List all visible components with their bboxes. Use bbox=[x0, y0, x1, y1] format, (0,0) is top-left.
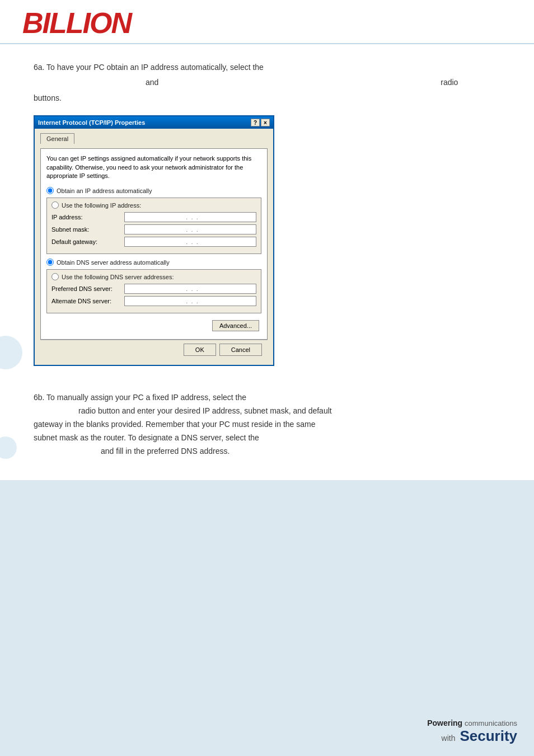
advanced-button[interactable]: Advanced... bbox=[212, 320, 259, 331]
gateway-input[interactable] bbox=[124, 237, 256, 247]
alternate-dns-label: Alternate DNS server: bbox=[51, 298, 124, 304]
radio-obtain-ip-label: Obtain an IP address automatically bbox=[57, 187, 152, 194]
footer-with-text: with bbox=[442, 734, 456, 743]
radio-obtain-ip[interactable]: Obtain an IP address automatically bbox=[46, 187, 261, 194]
subnet-mask-input[interactable] bbox=[124, 224, 256, 234]
dialog-body: General You can get IP settings assigned… bbox=[35, 129, 273, 365]
tcp-ip-dialog: Internet Protocol (TCP/IP) Properties ? … bbox=[34, 115, 274, 366]
section-6b-line3: gateway in the blanks provided. Remember… bbox=[34, 418, 500, 431]
header: BILLION bbox=[0, 0, 534, 44]
ok-button[interactable]: OK bbox=[184, 344, 216, 356]
cancel-button[interactable]: Cancel bbox=[219, 344, 262, 356]
dialog-title: Internet Protocol (TCP/IP) Properties bbox=[38, 119, 145, 126]
dialog-controls: ? × bbox=[251, 119, 270, 126]
dialog-container: Internet Protocol (TCP/IP) Properties ? … bbox=[34, 115, 274, 366]
use-ip-group: Use the following IP address: IP address… bbox=[46, 198, 261, 254]
radio-obtain-dns-input[interactable] bbox=[46, 259, 54, 266]
instruction-6a-line3: buttons. bbox=[34, 92, 500, 104]
advanced-button-row: Advanced... bbox=[46, 318, 261, 334]
dialog-help-button[interactable]: ? bbox=[251, 119, 260, 126]
logo: BILLION bbox=[22, 8, 131, 37]
ip-address-input[interactable] bbox=[124, 212, 256, 222]
preferred-dns-input[interactable] bbox=[124, 284, 256, 294]
alternate-dns-row: Alternate DNS server: bbox=[51, 296, 256, 306]
dialog-tabs: General bbox=[40, 133, 268, 144]
alternate-dns-input[interactable] bbox=[124, 296, 256, 306]
radio-use-ip-input[interactable] bbox=[51, 201, 59, 209]
dialog-info-text: You can get IP settings assigned automat… bbox=[46, 154, 261, 180]
dialog-close-button[interactable]: × bbox=[261, 119, 270, 126]
radio-obtain-dns[interactable]: Obtain DNS server address automatically bbox=[46, 259, 261, 266]
footer-powering-line: Powering communications bbox=[427, 719, 517, 727]
preferred-dns-row: Preferred DNS server: bbox=[51, 284, 256, 294]
section-6b: 6b. To manually assign your PC a fixed I… bbox=[34, 391, 500, 458]
section-6b-line4: subnet mask as the router. To designate … bbox=[34, 431, 500, 445]
radio-use-dns-label: Use the following DNS server addresses: bbox=[62, 274, 174, 280]
subnet-mask-row: Subnet mask: bbox=[51, 224, 256, 234]
footer-powering-text: Powering communications bbox=[427, 719, 517, 727]
gateway-label: Default gateway: bbox=[51, 238, 124, 245]
instruction-6a-line1: 6a. To have your PC obtain an IP address… bbox=[34, 61, 500, 73]
gateway-row: Default gateway: bbox=[51, 237, 256, 247]
ip-address-row: IP address: bbox=[51, 212, 256, 222]
tab-general[interactable]: General bbox=[40, 133, 74, 144]
section-6b-line2: radio button and enter your desired IP a… bbox=[34, 405, 500, 418]
radio-use-dns[interactable]: Use the following DNS server addresses: bbox=[51, 273, 256, 280]
section-6b-line1: 6b. To manually assign your PC a fixed I… bbox=[34, 391, 500, 405]
ip-label: IP address: bbox=[51, 214, 124, 220]
subnet-label: Subnet mask: bbox=[51, 226, 124, 233]
bottom-buttons: OK Cancel bbox=[40, 340, 268, 359]
main-content: 6a. To have your PC obtain an IP address… bbox=[0, 44, 534, 480]
footer-security-line: with Security bbox=[427, 727, 517, 745]
section-6b-line5: and fill in the preferred DNS address. bbox=[34, 445, 500, 458]
radio-use-ip[interactable]: Use the following IP address: bbox=[51, 201, 256, 209]
radio-obtain-ip-input[interactable] bbox=[46, 187, 54, 194]
radio-obtain-dns-label: Obtain DNS server address automatically bbox=[57, 259, 170, 266]
section-6a: 6a. To have your PC obtain an IP address… bbox=[34, 61, 500, 104]
dialog-titlebar: Internet Protocol (TCP/IP) Properties ? … bbox=[35, 116, 273, 129]
preferred-dns-label: Preferred DNS server: bbox=[51, 285, 124, 292]
use-dns-group: Use the following DNS server addresses: … bbox=[46, 269, 261, 313]
dialog-content-area: You can get IP settings assigned automat… bbox=[40, 148, 268, 340]
radio-use-ip-label: Use the following IP address: bbox=[62, 202, 141, 209]
instruction-6a-line2: and radio bbox=[34, 76, 500, 88]
footer: Powering communications with Security bbox=[427, 719, 517, 745]
radio-use-dns-input[interactable] bbox=[51, 273, 59, 280]
logo-area: BILLION bbox=[22, 8, 512, 43]
footer-security-text: Security bbox=[460, 727, 517, 744]
